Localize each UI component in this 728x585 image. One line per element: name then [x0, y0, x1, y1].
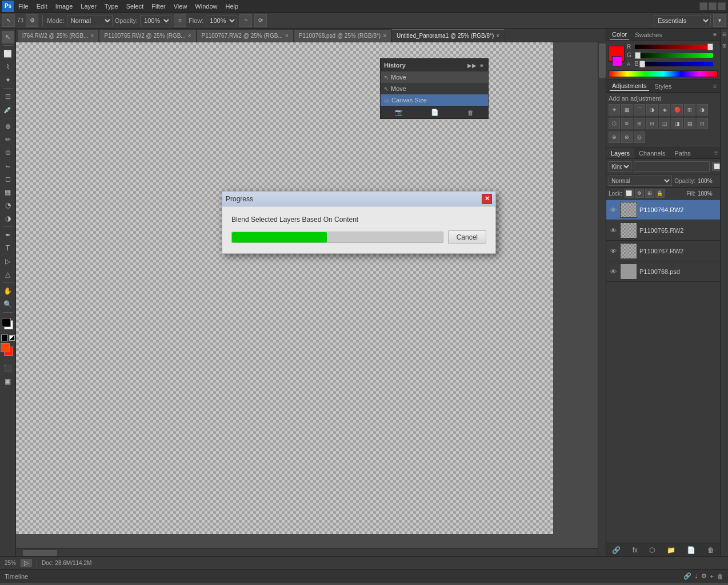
tab-4-close[interactable]: ×	[496, 33, 499, 39]
quick-mask-btn[interactable]: ⬛	[2, 362, 14, 375]
new-group-icon[interactable]: 📁	[667, 546, 675, 554]
zoom-tool[interactable]: 🔍	[2, 298, 14, 311]
airbrush-btn[interactable]: ≈	[174, 14, 186, 27]
menu-select[interactable]: Select	[123, 2, 147, 11]
bw-icon[interactable]: ◑	[697, 104, 708, 116]
tab-1-close[interactable]: ×	[188, 33, 191, 39]
invert-icon[interactable]: ⊟	[646, 118, 658, 129]
workspace-select[interactable]: Essentials	[654, 15, 711, 26]
menu-help[interactable]: Help	[222, 2, 242, 11]
healing-tool[interactable]: ⊕	[2, 120, 14, 133]
blur-tool[interactable]: ◔	[2, 199, 14, 212]
unsharp-icon[interactable]: ⊗	[621, 132, 633, 143]
panel-toggle-1[interactable]: ⊟	[721, 29, 728, 40]
g-slider[interactable]	[635, 53, 713, 58]
swap-colors-btn[interactable]	[9, 335, 15, 341]
lock-all-icon[interactable]: 🔒	[655, 189, 665, 198]
minimize-btn[interactable]	[699, 2, 707, 10]
timeline-settings-icon[interactable]: ⚙	[701, 572, 707, 580]
new-layer-icon[interactable]: 📄	[687, 546, 695, 554]
hand-tool[interactable]: ✋	[2, 285, 14, 297]
link-layers-icon[interactable]: 🔗	[612, 546, 621, 554]
menu-view[interactable]: View	[170, 2, 191, 11]
adjustments-panel-menu[interactable]: ≡	[713, 83, 717, 89]
brightness-icon[interactable]: ☀	[609, 104, 620, 116]
lock-artboards-icon[interactable]: ⊞	[645, 189, 654, 198]
layer-item-2[interactable]: 👁 P1100767.RW2	[606, 241, 720, 261]
layers-search-input[interactable]	[634, 161, 710, 172]
timeline-delete-icon[interactable]: 🗑	[717, 573, 723, 580]
menu-filter[interactable]: Filter	[148, 2, 169, 11]
tab-2[interactable]: P1100767.RW2 @ 25% (RGB... ×	[197, 29, 294, 42]
lock-pixels-icon[interactable]: ⬜	[625, 189, 634, 198]
tab-2-close[interactable]: ×	[285, 33, 289, 39]
layers-tab[interactable]: Layers	[606, 148, 634, 158]
lasso-tool[interactable]: ⌇	[2, 61, 14, 73]
angle-btn[interactable]: ⟳	[254, 14, 267, 27]
tool-select[interactable]: ↖	[2, 14, 15, 27]
r-slider[interactable]	[635, 45, 713, 49]
cancel-button[interactable]: Cancel	[448, 230, 486, 244]
eraser-tool[interactable]: ◻	[2, 173, 14, 185]
menu-image[interactable]: Image	[52, 2, 77, 11]
timeline-add-icon[interactable]: +	[710, 573, 714, 580]
panel-toggle-2[interactable]: ⊞	[721, 40, 728, 51]
tab-0-close[interactable]: ×	[91, 33, 94, 39]
restore-btn[interactable]	[709, 2, 717, 10]
layers-panel-menu[interactable]: ≡	[712, 148, 720, 158]
shape-tool[interactable]: △	[2, 268, 14, 281]
paths-tab[interactable]: Paths	[670, 148, 695, 158]
colorbalance-icon[interactable]: ⊞	[684, 104, 695, 116]
tab-1[interactable]: P1100765.RW2 @ 25% (RGB... ×	[99, 29, 196, 42]
styles-tab[interactable]: Styles	[653, 82, 674, 91]
search-btn[interactable]: ▾	[713, 14, 726, 27]
selective-color-icon[interactable]: ⊡	[697, 118, 708, 129]
brush-tool[interactable]: ✏	[2, 133, 14, 146]
crop-tool[interactable]: ⊡	[2, 90, 14, 103]
layer-item-3[interactable]: 👁 P1100768.psd	[606, 261, 720, 282]
magic-wand-tool[interactable]: ✦	[2, 74, 14, 86]
timeline-music-icon[interactable]: ♩	[695, 572, 698, 580]
add-mask-icon[interactable]: ⬡	[649, 546, 655, 554]
layer-item-0[interactable]: 👁 P1100764.RW2	[606, 200, 720, 220]
foreground-color-swatch[interactable]	[2, 318, 11, 327]
tab-4[interactable]: Untitled_Panorama1 @ 25% (RGB/8*) ×	[391, 29, 505, 42]
eyedropper-tool[interactable]: 💉	[2, 104, 14, 116]
reset-colors-btn[interactable]	[1, 335, 8, 341]
timeline-link-icon[interactable]: 🔗	[683, 572, 691, 580]
close-btn[interactable]	[718, 2, 726, 10]
menu-file[interactable]: File	[15, 2, 32, 11]
layer-0-eye[interactable]: 👁	[609, 205, 618, 214]
reduce-noise-icon[interactable]: ◎	[634, 132, 645, 143]
vibrance-icon[interactable]: ◈	[659, 104, 670, 116]
adjustments-tab[interactable]: Adjustments	[610, 81, 649, 91]
kind-select[interactable]: Kind	[609, 161, 631, 172]
path-select-tool[interactable]: ▷	[2, 255, 14, 268]
levels-icon[interactable]: ▦	[621, 104, 633, 116]
move-tool[interactable]: ↖	[2, 31, 14, 43]
blend-mode-select[interactable]: Normal	[609, 176, 672, 186]
flow-select[interactable]: 100%	[206, 15, 237, 26]
layer-1-eye[interactable]: 👁	[609, 226, 618, 235]
marquee-tool[interactable]: ⬜	[2, 47, 14, 60]
menu-type[interactable]: Type	[101, 2, 122, 11]
mode-select[interactable]: Normal	[67, 15, 113, 26]
menu-edit[interactable]: Edit	[33, 2, 51, 11]
menu-window[interactable]: Window	[191, 2, 221, 11]
swatches-tab[interactable]: Swatches	[633, 30, 665, 39]
screen-mode-btn[interactable]: ▣	[2, 375, 14, 388]
add-style-icon[interactable]: fx	[633, 546, 638, 554]
dialog-close-btn[interactable]: ✕	[482, 194, 492, 204]
pen-tool[interactable]: ✒	[2, 229, 14, 241]
huesat-icon[interactable]: 🔴	[671, 104, 683, 116]
tool-options[interactable]: ⚙	[26, 14, 38, 27]
smooth-btn[interactable]: ~	[239, 14, 252, 27]
color-tab[interactable]: Color	[610, 30, 629, 39]
photo-filter-icon[interactable]: ⬡	[609, 118, 620, 129]
gradient-map-icon[interactable]: ▤	[684, 118, 695, 129]
delete-layer-icon[interactable]: 🗑	[707, 546, 714, 554]
exposure-icon[interactable]: ◑	[646, 104, 658, 116]
text-tool[interactable]: T	[2, 242, 14, 254]
color-lookup-icon[interactable]: ⊞	[634, 118, 645, 129]
color-spectrum[interactable]	[609, 70, 718, 77]
